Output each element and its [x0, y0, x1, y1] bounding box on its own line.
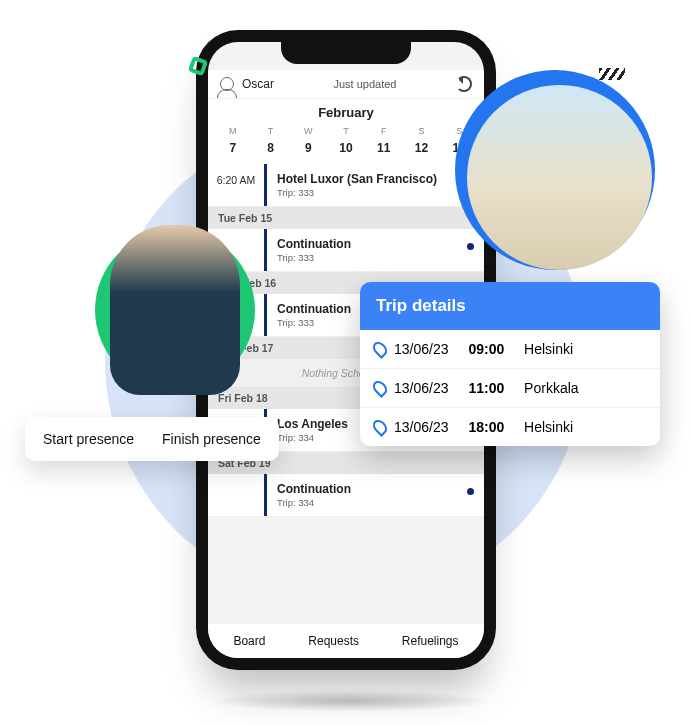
- dow: T: [327, 124, 365, 138]
- schedule-trip-sub: Trip: 333: [277, 252, 474, 263]
- month-title: February: [208, 99, 484, 122]
- schedule-time: [208, 474, 264, 516]
- day-cell[interactable]: 9: [289, 138, 327, 158]
- tab-requests[interactable]: Requests: [308, 634, 359, 648]
- schedule-body: ContinuationTrip: 334: [267, 474, 484, 516]
- pin-icon: [374, 380, 386, 396]
- day-cell[interactable]: 12: [403, 138, 441, 158]
- dow: S: [403, 124, 441, 138]
- trip-stop-row[interactable]: 13/06/23 09:00 Helsinki: [360, 330, 660, 369]
- trip-time: 09:00: [468, 341, 504, 357]
- schedule-row[interactable]: ContinuationTrip: 334: [208, 474, 484, 517]
- user-icon[interactable]: [220, 77, 234, 91]
- pin-icon: [374, 419, 386, 435]
- pin-icon: [374, 341, 386, 357]
- schedule-body: Hotel Luxor (San Francisco)Trip: 333: [267, 164, 484, 206]
- tab-board[interactable]: Board: [233, 634, 265, 648]
- schedule-row[interactable]: 6:20 AMHotel Luxor (San Francisco)Trip: …: [208, 164, 484, 207]
- photo-person: [110, 225, 240, 395]
- phone-notch: [281, 42, 411, 64]
- user-name: Oscar: [242, 77, 274, 91]
- tab-refuelings[interactable]: Refuelings: [402, 634, 459, 648]
- trip-details-card: Trip details 13/06/23 09:00 Helsinki 13/…: [360, 282, 660, 446]
- phone-shadow: [210, 690, 490, 712]
- trip-time: 18:00: [468, 419, 504, 435]
- dow: W: [289, 124, 327, 138]
- trip-place: Helsinki: [524, 341, 573, 357]
- trip-date: 13/06/23: [394, 419, 449, 435]
- schedule-title: Hotel Luxor (San Francisco): [277, 172, 474, 186]
- start-presence-button[interactable]: Start presence: [43, 431, 134, 447]
- week-grid: M T W T F S S 7 8 9 10 11 12 13: [208, 122, 484, 164]
- sync-status: Just updated: [334, 78, 397, 90]
- dow: M: [214, 124, 252, 138]
- schedule-time: 6:20 AM: [208, 164, 264, 206]
- photo-building: [467, 85, 652, 270]
- trip-details-heading: Trip details: [360, 282, 660, 330]
- schedule-trip-sub: Trip: 333: [277, 187, 474, 198]
- day-separator: Tue Feb 15: [208, 207, 484, 229]
- refresh-icon[interactable]: [456, 76, 472, 92]
- trip-date: 13/06/23: [394, 341, 449, 357]
- day-cell[interactable]: 7: [214, 138, 252, 158]
- schedule-body: ContinuationTrip: 333: [267, 229, 484, 271]
- trip-date: 13/06/23: [394, 380, 449, 396]
- presence-card: Start presence Finish presence: [25, 417, 279, 461]
- day-cell[interactable]: 8: [252, 138, 290, 158]
- trip-stop-row[interactable]: 13/06/23 18:00 Helsinki: [360, 408, 660, 446]
- status-dot-icon: [467, 243, 474, 250]
- schedule-trip-sub: Trip: 334: [277, 497, 474, 508]
- trip-stop-row[interactable]: 13/06/23 11:00 Porkkala: [360, 369, 660, 408]
- day-cell[interactable]: 10: [327, 138, 365, 158]
- asterisk-icon: ✳: [552, 475, 570, 501]
- status-dot-icon: [467, 488, 474, 495]
- top-bar: Oscar Just updated: [208, 70, 484, 99]
- dow: F: [365, 124, 403, 138]
- trip-place: Helsinki: [524, 419, 573, 435]
- bottom-tabs: Board Requests Refuelings: [208, 623, 484, 658]
- finish-presence-button[interactable]: Finish presence: [162, 431, 261, 447]
- schedule-title: Continuation: [277, 237, 474, 251]
- trip-time: 11:00: [468, 380, 504, 396]
- schedule-title: Continuation: [277, 482, 474, 496]
- decor-dashes: [599, 68, 625, 80]
- schedule-row[interactable]: ContinuationTrip: 333: [208, 229, 484, 272]
- dow: T: [252, 124, 290, 138]
- trip-place: Porkkala: [524, 380, 578, 396]
- day-cell[interactable]: 11: [365, 138, 403, 158]
